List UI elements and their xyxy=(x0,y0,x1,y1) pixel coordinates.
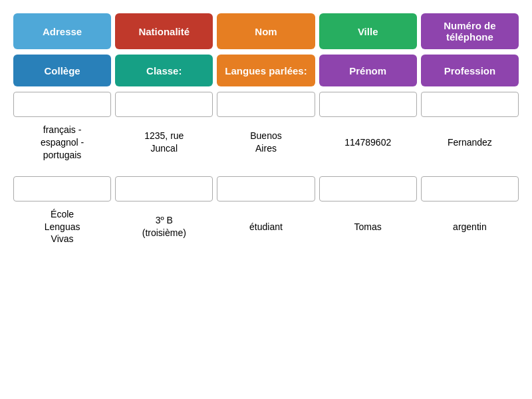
header-row-1: AdresseNationalitéNomVilleNuméro de télé… xyxy=(13,13,519,49)
data-cell-2-3: étudiant xyxy=(217,205,315,249)
header-cell-2-2: Classe: xyxy=(115,55,213,86)
data-section-2: École Lenguas Vivas3º B (troisième)étudi… xyxy=(13,176,519,249)
data-cell-2-2: 3º B (troisième) xyxy=(115,205,213,249)
input-box-1-1[interactable] xyxy=(13,92,111,117)
header-cell-2-5: Profession xyxy=(421,55,519,86)
header-section: AdresseNationalitéNomVilleNuméro de télé… xyxy=(13,13,519,86)
input-box-1-2[interactable] xyxy=(115,92,213,117)
input-box-2-1[interactable] xyxy=(13,176,111,201)
data-cell-1-3: Buenos Aires xyxy=(217,121,315,164)
input-box-1-3[interactable] xyxy=(217,92,315,117)
header-cell-1-3: Nom xyxy=(217,13,315,49)
input-row-2 xyxy=(13,176,519,201)
data-row-2: École Lenguas Vivas3º B (troisième)étudi… xyxy=(13,205,519,249)
input-box-1-4[interactable] xyxy=(319,92,417,117)
data-row-1: français - espagnol - portugais1235, rue… xyxy=(13,121,519,164)
input-row-1 xyxy=(13,92,519,117)
data-cell-1-1: français - espagnol - portugais xyxy=(13,121,111,164)
page-container: AdresseNationalitéNomVilleNuméro de télé… xyxy=(13,13,519,248)
header-row-2: CollègeClasse:Langues parlées:PrénomProf… xyxy=(13,55,519,86)
input-box-2-3[interactable] xyxy=(217,176,315,201)
header-cell-1-2: Nationalité xyxy=(115,13,213,49)
data-cell-2-5: argentin xyxy=(421,205,519,249)
data-section-1: français - espagnol - portugais1235, rue… xyxy=(13,92,519,164)
header-cell-2-4: Prénom xyxy=(319,55,417,86)
input-box-2-5[interactable] xyxy=(421,176,519,201)
header-cell-1-4: Ville xyxy=(319,13,417,49)
data-cell-2-4: Tomas xyxy=(319,205,417,249)
header-cell-1-5: Numéro de téléphone xyxy=(421,13,519,49)
data-cell-1-4: 114789602 xyxy=(319,121,417,164)
data-cell-2-1: École Lenguas Vivas xyxy=(13,205,111,249)
data-cell-1-5: Fernandez xyxy=(421,121,519,164)
header-cell-1-1: Adresse xyxy=(13,13,111,49)
header-cell-2-1: Collège xyxy=(13,55,111,86)
data-sections: français - espagnol - portugais1235, rue… xyxy=(13,92,519,248)
input-box-2-2[interactable] xyxy=(115,176,213,201)
header-cell-2-3: Langues parlées: xyxy=(217,55,315,86)
input-box-2-4[interactable] xyxy=(319,176,417,201)
input-box-1-5[interactable] xyxy=(421,92,519,117)
data-cell-1-2: 1235, rue Juncal xyxy=(115,121,213,164)
